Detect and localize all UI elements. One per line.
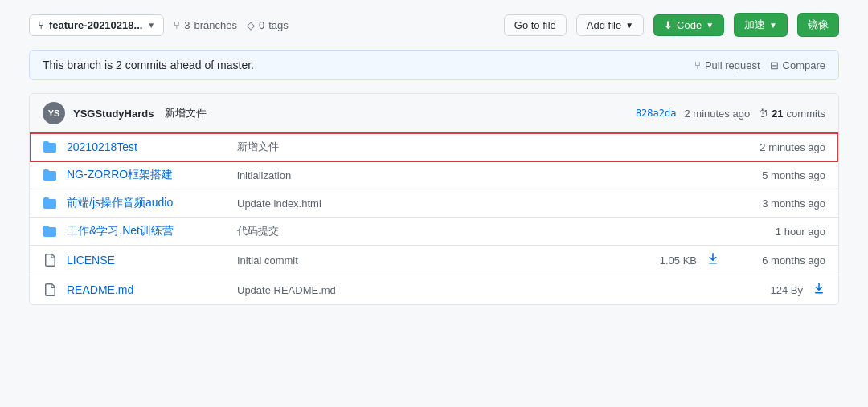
table-row: 工作&学习.Net训练营代码提交1 hour ago — [30, 218, 838, 246]
file-time: 2 minutes ago — [729, 141, 825, 153]
add-file-label: Add file — [587, 19, 621, 31]
tags-link[interactable]: ◇ 0 tags — [247, 19, 289, 31]
branches-count: 3 — [184, 19, 190, 31]
table-row: README.mdUpdate README.md124 By — [30, 275, 838, 304]
file-name[interactable]: LICENSE — [67, 254, 227, 267]
file-time: 3 months ago — [729, 197, 825, 210]
file-name[interactable]: README.md — [67, 283, 227, 296]
mirror-button[interactable]: 镜像 — [797, 13, 839, 37]
commit-message: 新增文件 — [165, 106, 207, 120]
clock-icon: ⏱ — [758, 108, 768, 120]
pull-request-label: Pull request — [705, 59, 760, 71]
folder-icon — [43, 140, 57, 154]
download-icon: ⬇ — [664, 19, 673, 31]
file-icon — [43, 283, 57, 297]
file-icon — [43, 253, 57, 267]
branch-selector[interactable]: ⑂ feature-20210218... ▼ — [29, 14, 164, 36]
branch-count-icon: ⑂ — [174, 19, 180, 31]
tag-icon: ◇ — [247, 19, 255, 31]
branch-icon: ⑂ — [38, 19, 44, 31]
repo-header: YS YSGStudyHards 新增文件 828a2da 2 minutes … — [30, 94, 838, 133]
mirror-label: 镜像 — [808, 18, 829, 32]
repo-header-right: 828a2da 2 minutes ago ⏱ 21 commits — [636, 108, 825, 120]
chevron-down-icon: ▼ — [147, 21, 155, 30]
chevron-down-icon: ▼ — [706, 21, 714, 30]
add-file-button[interactable]: Add file ▼ — [576, 14, 644, 36]
commit-author[interactable]: YSGStudyHards — [73, 108, 154, 120]
pull-request-icon: ⑂ — [694, 59, 701, 71]
file-name[interactable]: 前端/js操作音频audio — [67, 196, 227, 210]
download-icon[interactable] — [706, 252, 719, 268]
table-row: 前端/js操作音频audioUpdate index.html3 months … — [30, 189, 838, 218]
file-message: initialization — [237, 169, 629, 181]
file-message: 代码提交 — [237, 224, 629, 238]
commits-count: 21 — [772, 108, 783, 120]
code-label: Code — [677, 19, 702, 31]
speed-label: 加速 — [744, 18, 765, 32]
folder-icon — [43, 224, 57, 238]
goto-file-button[interactable]: Go to file — [504, 14, 567, 36]
tags-count: 0 — [259, 19, 264, 31]
branch-name: feature-20210218... — [49, 19, 142, 31]
speed-button[interactable]: 加速 ▼ — [734, 13, 788, 37]
folder-icon — [43, 196, 57, 210]
file-name[interactable]: 工作&学习.Net训练营 — [67, 224, 227, 238]
branch-actions: ⑂ Pull request ⊟ Compare — [694, 59, 825, 71]
file-size: 1.05 KB — [633, 254, 697, 267]
file-name[interactable]: 20210218Test — [67, 140, 227, 153]
file-size: 124 By — [739, 284, 803, 296]
code-button[interactable]: ⬇ Code ▼ — [653, 14, 724, 36]
commit-time: 2 minutes ago — [684, 108, 750, 120]
file-time: 6 months ago — [729, 254, 825, 267]
file-time: 5 months ago — [729, 169, 825, 181]
commits-link[interactable]: ⏱ 21 commits — [758, 108, 825, 120]
branches-label: branches — [194, 19, 237, 31]
file-message: 新增文件 — [237, 140, 629, 154]
table-row: NG-ZORRO框架搭建initialization5 months ago — [30, 161, 838, 189]
branch-info-text: This branch is 2 commits ahead of master… — [43, 59, 694, 71]
tags-label: tags — [268, 19, 289, 31]
file-message: Update README.md — [237, 284, 729, 296]
folder-icon — [43, 168, 57, 182]
file-message: Update index.html — [237, 197, 629, 210]
goto-file-label: Go to file — [514, 19, 556, 31]
compare-link[interactable]: ⊟ Compare — [770, 59, 825, 71]
chevron-down-icon: ▼ — [769, 21, 777, 30]
commits-label: commits — [787, 108, 825, 120]
file-rows-container: 20210218Test新增文件2 minutes agoNG-ZORRO框架搭… — [30, 133, 838, 304]
table-row: LICENSEInitial commit1.05 KB6 months ago — [30, 246, 838, 275]
compare-label: Compare — [783, 59, 825, 71]
branch-info-bar: This branch is 2 commits ahead of master… — [29, 50, 839, 80]
pull-request-link[interactable]: ⑂ Pull request — [694, 59, 760, 71]
avatar: YS — [43, 102, 65, 124]
download-icon[interactable] — [813, 282, 825, 298]
commit-sha[interactable]: 828a2da — [636, 108, 677, 119]
file-message: Initial commit — [237, 254, 623, 267]
toolbar: ⑂ feature-20210218... ▼ ⑂ 3 branches ◇ 0… — [29, 13, 839, 37]
compare-icon: ⊟ — [770, 59, 779, 71]
table-row: 20210218Test新增文件2 minutes ago — [30, 133, 838, 161]
file-time: 1 hour ago — [729, 226, 825, 238]
chevron-down-icon: ▼ — [625, 21, 633, 30]
branches-link[interactable]: ⑂ 3 branches — [174, 19, 237, 31]
repo-table: YS YSGStudyHards 新增文件 828a2da 2 minutes … — [29, 93, 839, 305]
file-name[interactable]: NG-ZORRO框架搭建 — [67, 168, 227, 182]
